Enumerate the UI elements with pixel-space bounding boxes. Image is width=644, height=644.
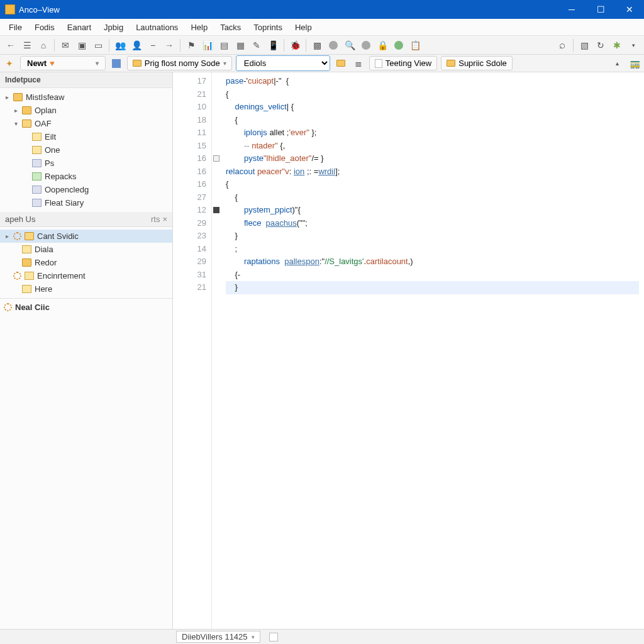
lock-icon[interactable]: 🔒 [375, 38, 389, 52]
code-line: denings_velict| { [226, 101, 639, 114]
globe-icon[interactable] [359, 38, 373, 52]
tree-item[interactable]: Here [0, 282, 172, 296]
db-icon [32, 159, 42, 167]
status-box[interactable] [269, 633, 278, 641]
newt-button[interactable]: Newt ♥ ▾ [20, 56, 106, 70]
tree-item[interactable]: Redor [0, 256, 172, 269]
code-line: flece paachus(""; [226, 217, 639, 230]
heart-icon: ♥ [50, 58, 55, 68]
fold-margin [212, 72, 221, 629]
chevron-down-icon: ▾ [223, 60, 226, 67]
file-y-icon [25, 272, 34, 280]
projects-tree: ▸MistIsfeaw▸Oplan▾OAFEiltOnePsRepacksOop… [0, 88, 172, 212]
status-selector[interactable]: DiiebVillers 11425 ▾ [176, 631, 260, 643]
home-icon[interactable]: ⌂ [36, 38, 50, 52]
train-icon[interactable]: 🚃 [628, 57, 641, 70]
maximize-button[interactable]: ☐ [586, 0, 615, 19]
forward-icon[interactable]: → [162, 38, 176, 52]
folder-icon [22, 258, 31, 267]
menu-file[interactable]: File [3, 20, 28, 35]
grid-icon[interactable]: ▦ [233, 38, 247, 52]
menu-jpbig[interactable]: Jpbig [97, 20, 130, 35]
tree-item[interactable]: Repacks [0, 170, 172, 183]
refresh-icon[interactable]: ↻ [594, 38, 608, 52]
tree-item[interactable]: Eilt [0, 130, 172, 143]
folder-open-icon [22, 119, 31, 128]
tree-item[interactable]: One [0, 143, 172, 157]
tree-item[interactable]: Ps [0, 157, 172, 170]
tree-item[interactable]: ▸Oplan [0, 104, 172, 117]
monitor-icon[interactable]: ▭ [91, 38, 105, 52]
chart-icon[interactable]: 📊 [201, 38, 214, 52]
tree-item[interactable]: Fleat Siary [0, 196, 172, 209]
menu-fodis[interactable]: Fodis [28, 20, 61, 35]
menu-help2[interactable]: Help [289, 20, 318, 35]
back-icon[interactable]: ← [4, 38, 18, 52]
minimize-button[interactable]: ─ [557, 0, 586, 19]
fold-marker [212, 165, 221, 179]
menu-toprints[interactable]: Toprints [247, 20, 289, 35]
collapse-icon[interactable]: ▴ [610, 57, 624, 70]
line-number: 29 [173, 217, 206, 230]
file-y-icon [32, 133, 42, 141]
tab-selector[interactable]: Ediols [236, 55, 330, 71]
dropdown-icon[interactable]: ▾ [626, 38, 640, 52]
code-editor[interactable]: 1721101811151616162712292314293121 pase-… [173, 72, 644, 629]
tab-primary[interactable]: Prig flost nomy Sode ▾ [127, 56, 232, 70]
line-number: 21 [173, 281, 206, 294]
star-icon[interactable]: ✦ [3, 57, 16, 70]
tree-item[interactable]: ▾OAF [0, 117, 172, 130]
menu-tacks[interactable]: Tacks [214, 20, 247, 35]
graph-header-rts[interactable]: rts [151, 214, 160, 224]
tree-item[interactable]: Diala [0, 243, 172, 256]
tree-item[interactable]: ▸Cant Svidic [0, 230, 172, 243]
tab-tertiary[interactable]: Supriic Sdole [441, 56, 513, 70]
fold-marker [212, 88, 221, 101]
line-number: 12 [173, 204, 206, 217]
tree-item[interactable]: ▸MistIsfeaw [0, 91, 172, 104]
code-line: {- [226, 269, 639, 282]
flag-icon[interactable]: ⚑ [184, 38, 198, 52]
line-number: 11 [173, 126, 206, 140]
menu-lautnations[interactable]: Lautnations [130, 20, 184, 35]
tree-item-label: Encinrtement [37, 271, 169, 280]
pencil-icon[interactable]: ✎ [250, 38, 264, 52]
bug-icon[interactable]: 🐞 [288, 38, 302, 52]
folder-icon [447, 60, 455, 67]
tree-item[interactable]: Oopencledg [0, 183, 172, 196]
code-area[interactable]: pase-'cuicapt|-" {{ denings_velict| { { … [221, 72, 644, 629]
list-small-icon[interactable]: ≣ [352, 57, 365, 70]
tree-item-label: MistIsfeaw [26, 92, 169, 102]
settings-icon[interactable]: ✱ [610, 38, 624, 52]
phone-icon[interactable]: 📱 [266, 38, 280, 52]
menu-help1[interactable]: Help [184, 20, 214, 35]
menu-eanart[interactable]: Eanart [61, 20, 97, 35]
camera-icon[interactable]: ▩ [310, 38, 324, 52]
mail-icon[interactable]: ✉ [58, 38, 72, 52]
tab-secondary[interactable]: Teeting View [369, 56, 437, 70]
screen-icon[interactable]: ▧ [577, 38, 591, 52]
code-line: pystem_ppict)"{ [226, 204, 639, 217]
folder-btn-icon[interactable] [334, 57, 348, 70]
search-icon[interactable]: 🔍 [343, 38, 357, 52]
close-button[interactable]: ✕ [615, 0, 644, 19]
minus-icon[interactable]: − [146, 38, 160, 52]
db-icon [32, 199, 42, 207]
doc-icon[interactable]: ▤ [217, 38, 231, 52]
neal-item[interactable]: Neal Ciic [0, 298, 172, 314]
search-icon-right[interactable]: ⌕ [555, 38, 569, 52]
image-icon[interactable]: ▣ [75, 38, 89, 52]
users-icon[interactable]: 👥 [113, 38, 127, 52]
target-icon[interactable] [392, 38, 406, 52]
line-number: 14 [173, 243, 206, 256]
list-icon[interactable]: ☰ [20, 38, 34, 52]
user-icon[interactable]: 👤 [130, 38, 143, 52]
graph-header-close[interactable]: × [162, 214, 167, 224]
window-icon[interactable] [109, 57, 123, 70]
clock-icon[interactable] [326, 38, 340, 52]
gear-icon [13, 272, 21, 280]
tree-item[interactable]: Encinrtement [0, 269, 172, 282]
clipboard-icon[interactable]: 📋 [408, 38, 422, 52]
fold-marker [212, 204, 221, 217]
fold-marker [212, 75, 221, 88]
